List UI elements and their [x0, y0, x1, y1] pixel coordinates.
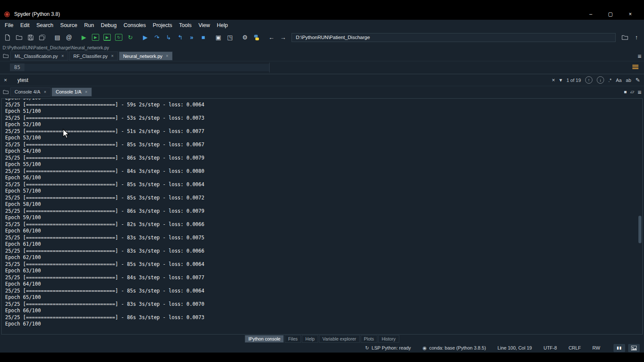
tab-close-icon[interactable]: × — [61, 54, 64, 58]
menu-search[interactable]: Search — [33, 21, 57, 30]
menu-view[interactable]: View — [195, 21, 213, 30]
run-selection-button[interactable]: ↻ — [125, 32, 136, 42]
back-button[interactable]: ← — [266, 32, 277, 42]
whole-word-toggle[interactable]: ab — [626, 78, 631, 83]
editor-tab-rf-classifier[interactable]: RF_Classifier.py × — [69, 51, 118, 60]
minimize-button[interactable]: – — [581, 9, 601, 20]
case-sensitive-toggle[interactable]: Aa — [616, 78, 621, 83]
conda-status: ◉ conda: base (Python 3.8.5) — [422, 345, 486, 351]
find-close-icon[interactable]: × — [4, 77, 7, 83]
menu-edit[interactable]: Edit — [17, 21, 33, 30]
console-line: Epoch 55/100 — [5, 161, 634, 168]
working-directory-combo[interactable]: D:\PythonRUN\Patient_Discharge — [292, 33, 616, 42]
cursor-position: Line 100, Col 19 — [498, 345, 532, 350]
tab-close-icon[interactable]: × — [166, 54, 168, 58]
save-button[interactable] — [25, 32, 36, 42]
editor-options-menu-icon[interactable]: ≡ — [638, 52, 641, 60]
pane-tab-plots[interactable]: Plots — [361, 335, 377, 343]
find-symbols-button[interactable]: @ — [63, 32, 75, 42]
menu-consoles[interactable]: Consoles — [120, 21, 149, 30]
console-line: Epoch 61/100 — [5, 241, 634, 248]
tab-close-icon[interactable]: × — [85, 90, 88, 94]
run-cell-advance-button[interactable]: ▶ — [101, 32, 113, 42]
open-file-button[interactable] — [13, 32, 25, 42]
ipython-console-output[interactable]: Epoch 50/10025/25 [=====================… — [1, 98, 643, 335]
remove-variables-icon[interactable]: ▱ — [630, 89, 634, 95]
step-into-button[interactable]: ↳ — [163, 32, 174, 42]
console-tab-1a[interactable]: Console 1/A × — [52, 87, 92, 97]
run-file-button[interactable]: ▶ — [78, 32, 90, 42]
rerun-cell-button[interactable]: ↻ — [113, 32, 125, 42]
browse-directory-button[interactable] — [619, 32, 631, 42]
fullscreen-button[interactable]: ◳ — [224, 32, 236, 42]
menu-help[interactable]: Help — [213, 21, 231, 30]
status-bar: ↻ LSP Python: ready ◉ conda: base (Pytho… — [0, 343, 644, 353]
close-button[interactable]: × — [620, 9, 640, 20]
editor-pane[interactable]: 85 — [0, 61, 644, 74]
find-input[interactable] — [12, 77, 548, 83]
maximize-pane-button[interactable]: ▣ — [213, 32, 224, 42]
console-line: Epoch 54/100 — [5, 148, 634, 155]
search-history-dropdown-icon[interactable]: ▾ — [559, 77, 562, 83]
main-toolbar: ▤ @ ▶ ▶ ▶ ↻ ↻ ▶ ↷ ↳ ↰ » ■ ▣ ◳ ⚙ ← → — [0, 31, 644, 44]
find-next-button[interactable]: ↓ — [597, 76, 604, 84]
regex-toggle[interactable]: .* — [608, 78, 611, 83]
run-cell-button[interactable]: ▶ — [90, 32, 101, 42]
console-line: Epoch 64/100 — [5, 281, 634, 288]
gutter-line-number: 85 — [10, 63, 24, 71]
console-tab-label: Console 4/A — [15, 89, 40, 94]
python-path-manager-button[interactable] — [251, 32, 262, 42]
console-line: Epoch 65/100 — [5, 294, 634, 301]
pane-tab-files[interactable]: Files — [285, 335, 301, 343]
console-line: 25/25 [==============================] -… — [5, 155, 634, 162]
forward-button[interactable]: → — [277, 32, 289, 42]
matches-count: 1 of 19 — [566, 78, 581, 83]
outline-explorer-button[interactable]: ▤ — [52, 32, 63, 42]
pane-tab-history[interactable]: History — [378, 335, 399, 343]
highlight-matches-toggle[interactable]: ✎ — [635, 77, 640, 83]
interrupt-kernel-icon[interactable]: ■ — [624, 89, 627, 94]
maximize-button[interactable]: ▢ — [601, 9, 620, 20]
pane-tab-help[interactable]: Help — [302, 335, 318, 343]
console-line: Epoch 66/100 — [5, 308, 634, 314]
debug-stop-button[interactable]: ■ — [197, 32, 209, 42]
menu-source[interactable]: Source — [57, 21, 81, 30]
console-line: Epoch 51/100 — [5, 108, 634, 115]
console-tab-4a[interactable]: Console 4/A × — [10, 87, 51, 97]
menu-run[interactable]: Run — [81, 21, 97, 30]
menu-projects[interactable]: Projects — [149, 21, 176, 30]
find-previous-button[interactable]: ↑ — [585, 76, 592, 84]
browse-console-tabs-icon[interactable] — [1, 89, 10, 95]
console-line: 25/25 [==============================] -… — [5, 102, 634, 109]
clear-search-icon[interactable]: × — [552, 77, 555, 83]
editor-tab-ml-classification[interactable]: ML_Classification.py × — [10, 51, 68, 60]
preferences-button[interactable]: ⚙ — [239, 32, 251, 42]
pane-tab-variable-explorer[interactable]: Variable explorer — [319, 335, 360, 343]
tab-close-icon[interactable]: × — [111, 54, 114, 58]
console-line: Epoch 63/100 — [5, 268, 634, 275]
editor-tab-neural-network[interactable]: Neural_network.py × — [119, 51, 173, 60]
spyder-logo-icon — [4, 11, 10, 18]
console-lines: Epoch 50/10025/25 [=====================… — [5, 98, 634, 328]
new-file-button[interactable] — [2, 32, 13, 42]
editor-tab-label: RF_Classifier.py — [73, 54, 108, 59]
current-line-highlight — [24, 64, 269, 71]
pane-tab-ipython-console[interactable]: IPython console — [245, 335, 284, 343]
menu-file[interactable]: File — [1, 21, 17, 30]
tab-close-icon[interactable]: × — [44, 90, 46, 94]
menu-tools[interactable]: Tools — [176, 21, 195, 30]
screen: Spyder (Python 3.8) – ▢ × File Edit Sear… — [0, 0, 644, 362]
debug-file-button[interactable]: ▶ — [140, 32, 151, 42]
console-line: Epoch 57/100 — [5, 188, 634, 195]
parent-directory-button[interactable]: ↑ — [631, 32, 642, 42]
console-scrollbar-thumb[interactable] — [638, 216, 641, 243]
screenshot-button[interactable] — [628, 344, 640, 352]
save-all-button[interactable] — [36, 32, 48, 42]
step-over-button[interactable]: ↷ — [151, 32, 163, 42]
console-options-menu-icon[interactable]: ≡ — [638, 88, 641, 96]
debug-continue-button[interactable]: » — [186, 32, 197, 42]
menu-debug[interactable]: Debug — [97, 21, 120, 30]
step-return-button[interactable]: ↰ — [174, 32, 186, 42]
pause-button[interactable]: ▮▮ — [614, 344, 625, 352]
browse-tabs-icon[interactable] — [1, 53, 10, 59]
